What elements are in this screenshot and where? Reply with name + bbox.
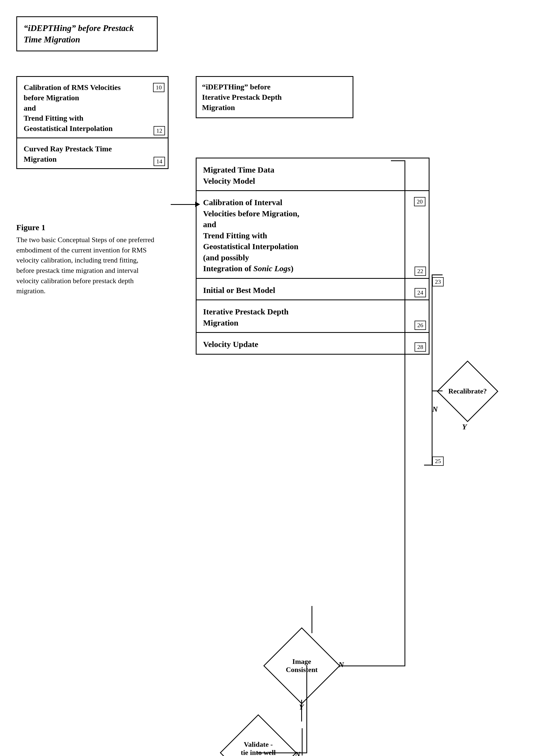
image-consistent-feedback-top — [391, 160, 405, 161]
calibration-interval-text: Calibration of Interval Velocities befor… — [203, 197, 422, 274]
image-consistent-n-label: N — [339, 660, 344, 669]
left-bottom-section: Curved Ray Prestack Time Migration 14 — [17, 138, 168, 168]
validate-label: Validate -tie into welldata — [241, 740, 276, 756]
title-box: “iDEPTHing” before Prestack Time Migrati… — [16, 16, 158, 51]
velocity-update-step: Velocity Update 28 — [197, 333, 429, 354]
ic-y-down — [302, 728, 302, 755]
figure-title: Figure 1 — [16, 223, 158, 232]
step-26-badge: 26 — [415, 321, 426, 330]
image-consistent-n-feedback-vertical — [405, 160, 405, 666]
step-22-badge: 22 — [415, 267, 426, 276]
recalibrate-label: Recalibrate? — [448, 387, 487, 395]
badge-23: 23 — [432, 277, 444, 286]
step-24-badge: 24 — [415, 288, 426, 297]
left-top-section: Calibration of RMS Velocities before Mig… — [17, 77, 168, 138]
recalibrate-diamond-container: Recalibrate? — [440, 364, 495, 419]
step-28-badge: 28 — [415, 342, 426, 352]
image-consistent-label: ImageConsistent — [286, 658, 318, 674]
right-flow-box: Migrated Time DataVelocity Model Calibra… — [196, 158, 430, 355]
recalibrate-y-label: Y — [462, 423, 467, 431]
badge-25: 25 — [432, 457, 444, 466]
image-consistent-n-line — [339, 666, 405, 666]
right-side-connector-vertical — [432, 274, 433, 465]
iterative-prestack-text: Iterative Prestack DepthMigration — [203, 306, 422, 328]
right-side-connector-top-horiz — [432, 274, 443, 275]
curved-ray-label: Curved Ray Prestack Time Migration — [24, 144, 161, 164]
calibration-interval-step: Calibration of Interval Velocities befor… — [197, 191, 429, 279]
page: “iDEPTHing” before Prestack Time Migrati… — [0, 0, 557, 756]
migrated-time-text: Migrated Time DataVelocity Model — [203, 164, 422, 186]
flow-to-bottom-arrow — [312, 606, 312, 633]
step-12-badge: 12 — [154, 126, 165, 135]
right-title-text: “iDEPTHing” before Iterative Prestack De… — [202, 82, 347, 113]
step-14-badge: 14 — [154, 157, 165, 166]
right-side-connector-bottom-horiz — [424, 465, 432, 465]
iterative-prestack-step: Iterative Prestack DepthMigration 26 — [197, 300, 429, 333]
migrated-time-step: Migrated Time DataVelocity Model — [197, 158, 429, 191]
step-20-badge: 20 — [414, 197, 426, 206]
arrow-line — [171, 204, 195, 205]
sonic-logs-italic: Sonic Logs — [253, 264, 291, 273]
recalibrate-connect-left — [432, 391, 443, 391]
figure-text: The two basic Conceptual Steps of one pr… — [16, 235, 158, 296]
recalibrate-diamond: Recalibrate? — [440, 364, 495, 419]
title-box-text: “iDEPTHing” before Prestack Time Migrati… — [24, 23, 150, 45]
right-title-box: “iDEPTHing” before Iterative Prestack De… — [196, 76, 353, 118]
initial-best-step: Initial or Best Model 24 — [197, 279, 429, 301]
left-big-box: Calibration of RMS Velocities before Mig… — [16, 76, 169, 169]
figure-caption: Figure 1 The two basic Conceptual Steps … — [16, 223, 158, 296]
initial-best-text: Initial or Best Model — [203, 285, 422, 296]
recalibrate-n-label: N — [432, 405, 438, 414]
image-consistent-container: ImageConsistent — [266, 631, 337, 701]
step-10-badge: 10 — [153, 83, 165, 92]
calibration-rms-label: Calibration of RMS Velocities before Mig… — [24, 82, 161, 134]
validate-n-feedback-vertical — [306, 666, 307, 753]
velocity-update-text: Velocity Update — [203, 339, 422, 350]
image-consistent-y-line — [301, 700, 302, 722]
validate-container: Validate -tie into welldata — [223, 718, 294, 756]
